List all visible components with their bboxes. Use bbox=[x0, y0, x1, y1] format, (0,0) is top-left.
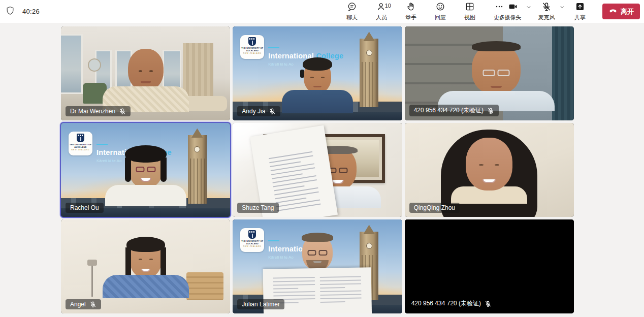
participant-video bbox=[103, 240, 189, 298]
muted-mic-icon bbox=[269, 108, 276, 115]
name-label: QingQing Zhou bbox=[409, 203, 460, 213]
raise-hand-icon bbox=[406, 2, 416, 13]
video-tile-andy-jia[interactable]: THE UNIVERSITY OF AUCKLAND NEW ZEALAND I… bbox=[233, 26, 402, 120]
name-label: Andy Jia bbox=[237, 106, 280, 116]
mic-chevron-icon[interactable] bbox=[559, 4, 567, 19]
clock-tower bbox=[360, 39, 378, 107]
name-label: 420 956 434 720 (未验证) bbox=[409, 105, 499, 116]
participant-video bbox=[105, 149, 186, 206]
participant-video bbox=[279, 235, 356, 270]
grid-view-icon bbox=[465, 2, 475, 13]
name-label: Angel bbox=[66, 299, 101, 309]
smiley-icon bbox=[435, 2, 445, 13]
leave-button[interactable]: 离开 bbox=[602, 4, 640, 19]
video-tile-julian-latimer[interactable]: THE UNIVERSITY OF AUCKLAND NEW ZEALAND I… bbox=[233, 219, 402, 313]
participant-name: QingQing Zhou bbox=[414, 204, 455, 211]
camera-chevron-icon[interactable] bbox=[526, 4, 534, 19]
university-logo: THE UNIVERSITY OF AUCKLAND NEW ZEALAND bbox=[240, 35, 264, 59]
chat-icon bbox=[347, 2, 357, 13]
name-label: Julian Latimer bbox=[237, 299, 284, 309]
name-label: Shuze Tang bbox=[237, 203, 278, 213]
video-tile-rachel-ou[interactable]: THE UNIVERSITY OF AUCKLAND NEW ZEALAND I… bbox=[61, 123, 230, 217]
leave-label: 离开 bbox=[621, 7, 634, 16]
participant-name: Dr Mai Wenzhen bbox=[70, 108, 115, 115]
react-label: 回应 bbox=[435, 14, 446, 21]
participant-name: 420 956 434 720 (未验证) bbox=[411, 299, 481, 308]
people-button[interactable]: 10 人员 bbox=[369, 1, 394, 23]
muted-mic-icon bbox=[119, 108, 126, 115]
participant-video bbox=[282, 60, 353, 113]
chat-button[interactable]: 聊天 bbox=[339, 1, 365, 23]
share-label: 共享 bbox=[574, 14, 586, 21]
camera-button[interactable]: 摄像头 bbox=[500, 1, 526, 23]
mic-muted-icon bbox=[541, 2, 552, 13]
view-label: 视图 bbox=[464, 14, 475, 21]
video-tile-shuze-tang[interactable]: Shuze Tang bbox=[233, 123, 402, 217]
camera-icon bbox=[508, 2, 518, 13]
meeting-stage: Dr Mai Wenzhen THE UNIVERSITY OF AUCKLAN… bbox=[0, 23, 644, 317]
video-tile-angel[interactable]: Angel bbox=[61, 219, 230, 313]
raise-hand-button[interactable]: 举手 bbox=[398, 1, 424, 23]
auckland-crest-icon bbox=[77, 134, 84, 142]
chat-label: 聊天 bbox=[346, 14, 358, 21]
university-logo: THE UNIVERSITY OF AUCKLAND NEW ZEALAND bbox=[240, 228, 264, 252]
camera-label: 摄像头 bbox=[505, 14, 522, 21]
participant-video bbox=[431, 133, 548, 204]
share-button[interactable]: 共享 bbox=[567, 1, 593, 23]
muted-mic-icon bbox=[487, 107, 494, 114]
participant-name: Andy Jia bbox=[242, 108, 265, 115]
share-screen-icon bbox=[575, 2, 585, 13]
participant-name: Shuze Tang bbox=[242, 204, 274, 211]
participant-name: Rachel Ou bbox=[70, 204, 99, 211]
meeting-timer: 40:26 bbox=[22, 8, 40, 15]
name-label: 420 956 434 720 (未验证) bbox=[409, 298, 496, 309]
people-count-badge: 10 bbox=[385, 3, 391, 9]
participant-name: Angel bbox=[70, 301, 86, 308]
clock-tower bbox=[188, 135, 207, 204]
video-tile-mai-wenzhen[interactable]: Dr Mai Wenzhen bbox=[61, 26, 230, 120]
name-label: Dr Mai Wenzhen bbox=[66, 106, 131, 116]
view-button[interactable]: 视图 bbox=[457, 1, 482, 23]
video-grid: Dr Mai Wenzhen THE UNIVERSITY OF AUCKLAN… bbox=[61, 26, 574, 313]
university-logo: THE UNIVERSITY OF AUCKLAND NEW ZEALAND bbox=[69, 132, 92, 155]
participant-name: Julian Latimer bbox=[242, 301, 280, 308]
react-button[interactable]: 回应 bbox=[428, 1, 453, 23]
participant-name: 420 956 434 720 (未验证) bbox=[414, 106, 484, 115]
video-tile-unverified-2[interactable]: 420 956 434 720 (未验证) bbox=[405, 219, 574, 313]
meeting-toolbar: 40:26 聊天 10 人员 举手 回应 bbox=[0, 0, 644, 23]
participant-video bbox=[438, 43, 555, 111]
shield-icon bbox=[5, 6, 15, 18]
participant-video bbox=[103, 49, 189, 112]
mic-label: 麦克风 bbox=[538, 14, 555, 21]
muted-mic-icon bbox=[89, 301, 96, 308]
video-tile-unverified-1[interactable]: 420 956 434 720 (未验证) bbox=[405, 26, 574, 120]
hang-up-icon bbox=[608, 6, 618, 17]
people-label: 人员 bbox=[376, 14, 387, 21]
muted-mic-icon bbox=[485, 300, 492, 307]
auckland-crest-icon bbox=[248, 230, 256, 239]
raise-hand-label: 举手 bbox=[405, 14, 416, 21]
auckland-crest-icon bbox=[248, 37, 256, 46]
name-label: Rachel Ou bbox=[66, 203, 104, 213]
video-tile-qingqing-zhou[interactable]: QingQing Zhou bbox=[405, 123, 574, 217]
headset bbox=[300, 70, 304, 78]
mic-button[interactable]: 麦克风 bbox=[534, 1, 559, 23]
